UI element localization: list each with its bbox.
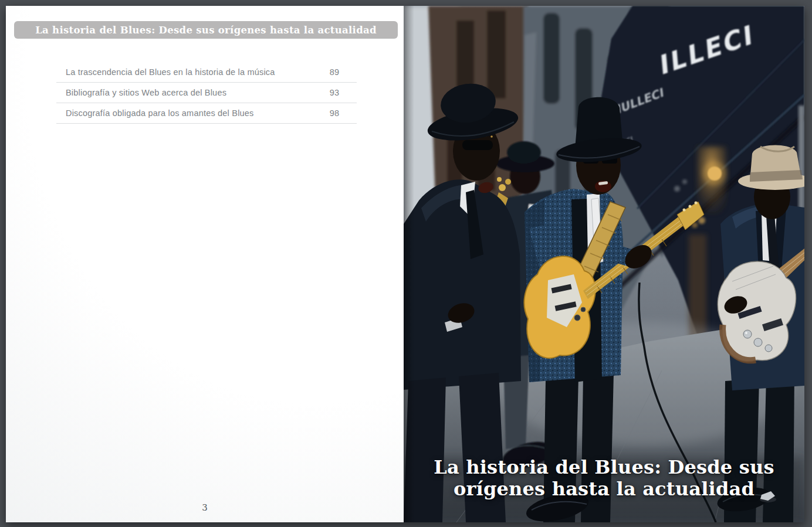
toc-entry[interactable]: Bibliografía y sitios Web acerca del Blu… — [56, 83, 357, 103]
toc-entry[interactable]: Discografía obligada para los amantes de… — [56, 103, 357, 124]
chapter-cover-page: ILLECI MULLECI MULLECI — [404, 6, 804, 522]
table-of-contents: La trascendencia del Blues en la histori… — [56, 62, 357, 124]
page-number: 3 — [6, 502, 404, 513]
toc-entry-page-number: 98 — [330, 108, 339, 118]
toc-entry-page-number: 89 — [330, 67, 339, 77]
chapter-header-bar: La historia del Blues: Desde sus orígene… — [14, 21, 398, 39]
chapter-cover-title: La historia del Blues: Desde sus orígene… — [404, 457, 804, 500]
toc-entry[interactable]: La trascendencia del Blues en la histori… — [56, 62, 357, 83]
toc-page: La historia del Blues: Desde sus orígene… — [6, 6, 404, 522]
suit-body — [404, 179, 521, 390]
blues-band-photo: ILLECI MULLECI MULLECI — [404, 6, 804, 522]
book-spread: La historia del Blues: Desde sus orígene… — [6, 6, 804, 522]
toc-entry-page-number: 93 — [330, 88, 339, 97]
toc-entry-label: Discografía obligada para los amantes de… — [66, 108, 254, 118]
chapter-cover-title-line1: La historia del Blues: Desde sus — [404, 457, 804, 478]
toc-entry-label: La trascendencia del Blues en la histori… — [66, 67, 275, 77]
toc-entry-label: Bibliografía y sitios Web acerca del Blu… — [66, 88, 226, 97]
chapter-cover-title-line2: orígenes hasta la actualidad — [404, 478, 804, 500]
sunglasses — [462, 140, 493, 150]
app-background: La historia del Blues: Desde sus orígene… — [0, 0, 812, 527]
page-gutter-shadow — [404, 6, 414, 522]
chapter-header-title: La historia del Blues: Desde sus orígene… — [35, 25, 377, 36]
